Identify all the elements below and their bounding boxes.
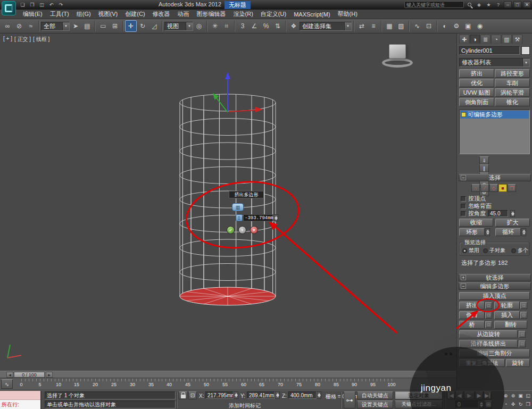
window-crossing-icon[interactable]: ⊞ [109,20,121,32]
select-and-move-icon[interactable]: ✛ [125,20,137,32]
menu-edit[interactable]: 编辑(E) [19,10,46,19]
height-spinner[interactable] [273,214,278,221]
auto-key-button[interactable]: 自动关键点 [357,391,393,399]
subobject-edge-icon[interactable]: ∕ [480,184,489,192]
by-angle-checkbox[interactable] [461,211,466,216]
listener-macro-pane[interactable] [0,391,40,400]
menu-modifiers[interactable]: 修改器 [149,10,174,19]
modifier-stack[interactable]: 可编辑多边形 [459,110,530,154]
caddy-ok-button[interactable]: ✓ [227,226,235,234]
keyboard-override-icon[interactable]: ⌗ [221,20,232,32]
show-end-result-icon[interactable]: ∥ [479,164,489,172]
viewport-menu-general[interactable]: [ + ] [3,36,12,43]
subobject-vertex-icon[interactable]: ∴ [471,184,480,192]
menu-animation[interactable]: 动画 [174,10,193,19]
spinner-snap-icon[interactable]: ⇅ [272,20,284,32]
modifier-button-optimize[interactable]: 优化 [459,79,494,87]
menu-rendering[interactable]: 渲染(R) [230,10,257,19]
set-key-button[interactable]: 设置关键点 [357,400,393,408]
menu-graph-editors[interactable]: 图形编辑器 [193,10,230,19]
modifier-button-extrude[interactable]: 挤出 [459,69,494,78]
selection-filter-dropdown[interactable]: 全部 ▼ [41,22,70,31]
ignore-backfacing-checkbox[interactable] [461,204,466,209]
material-editor-icon[interactable]: ◐ [439,20,451,32]
preview-off-radio[interactable] [462,248,467,253]
coordinate-system-dropdown[interactable]: 视图 ▼ [164,22,193,31]
time-slider-next-icon[interactable]: ▶ [46,372,53,378]
by-vertex-checkbox[interactable] [461,196,466,202]
ribbon-toggle-icon[interactable]: ▧ [395,20,407,32]
angle-snap-icon[interactable]: ∠ [248,20,260,32]
set-keys-button[interactable]: ⊶ [344,391,355,408]
grow-button[interactable]: 扩大 [495,219,530,227]
zoom-region-icon[interactable]: ◱ [525,392,531,399]
loop-button[interactable]: 循环 [495,228,521,236]
percent-snap-icon[interactable]: % [260,20,272,32]
preview-subobj-option[interactable]: 子对象 [483,247,505,254]
preview-multi-option[interactable]: 多个 [511,247,528,254]
save-file-icon[interactable]: ◫ [37,1,46,9]
align-icon[interactable]: ≡ [368,20,379,32]
by-angle-value-field[interactable]: 45.0 [488,210,508,217]
menu-create[interactable]: 创建(C) [121,10,148,19]
menu-views[interactable]: 视图(V) [95,10,122,19]
outline-button[interactable]: 轮廓 [494,302,520,310]
caddy-cancel-button[interactable]: ✕ [250,226,258,234]
inset-settings-button[interactable]: □ [520,312,527,319]
preview-multi-radio[interactable] [511,248,516,253]
use-pivot-center-icon[interactable]: ◎ [193,20,205,32]
listener-script-pane[interactable]: 所在行: [0,400,40,409]
extrude-button[interactable]: 挤出 [459,302,485,310]
loop-spinner[interactable] [521,228,526,236]
favorites-star-icon[interactable]: ★ [485,1,493,8]
maximize-button[interactable]: □ [513,1,521,8]
selection-rollout-header[interactable]: − 选择 [459,174,531,181]
time-slider-handle[interactable]: 0 / 100 [14,372,45,378]
select-and-rotate-icon[interactable]: ↻ [137,20,148,32]
selection-lock-toggle[interactable] [179,391,187,399]
viewport-menu-pov[interactable]: [ 正交 ] [14,36,31,43]
select-and-link-icon[interactable]: ∞ [2,20,13,32]
ring-button[interactable]: 环形 [459,228,485,236]
transform-gizmo[interactable] [213,72,263,112]
help-icon[interactable]: ? [494,1,502,8]
viewcube[interactable] [381,42,415,73]
new-scene-icon[interactable]: ❏ [18,1,27,9]
zoom-all-icon[interactable]: ⊛ [510,392,517,399]
tab-create[interactable]: ✚ [459,35,469,44]
viewport-orthographic[interactable]: [ + ] [ 正交 ] [ 线框 ] [0,34,456,371]
object-color-swatch[interactable] [521,46,530,55]
undo-icon[interactable]: ↶ [47,1,56,9]
snap-toggle-3d-icon[interactable]: 3 [237,20,248,32]
z-coordinate-field[interactable]: 400.0mm [288,391,317,399]
menu-help[interactable]: 帮助(H) [334,10,361,19]
subobject-polygon-icon[interactable]: ■ [498,184,507,192]
modifier-button-lathe[interactable]: 车削 [495,79,530,87]
modifier-list-dropdown[interactable]: 修改器列表 ▼ [459,58,530,67]
outline-settings-button[interactable]: □ [520,302,527,309]
maxscript-mini-listener[interactable]: 所在行: [0,391,41,409]
mini-curve-editor-icon[interactable]: ∿ [1,379,13,389]
extrude-settings-button[interactable]: □ [485,302,492,309]
preview-off-option[interactable]: 禁用 [462,247,479,254]
add-time-tag[interactable]: 添加时间标记 [229,402,261,409]
select-object-icon[interactable]: ➤ [70,20,81,32]
hinge-from-edge-settings-button[interactable]: □ [519,331,526,338]
orbit-icon[interactable]: ↻ [517,400,524,408]
extrude-along-spline-settings-button[interactable]: □ [519,340,526,347]
extrusion-height-field[interactable]: -393.794mm [243,214,273,221]
inset-button[interactable]: 插入 [494,311,520,319]
modifier-button-turbosmooth[interactable]: 涡轮平滑 [495,88,530,97]
by-angle-spinner[interactable] [510,210,515,217]
mirror-icon[interactable]: ⇄ [356,20,368,32]
zoom-extents-icon[interactable]: ▣ [517,392,524,399]
menu-tools[interactable]: 工具(T) [46,10,73,19]
preview-subobj-radio[interactable] [483,248,488,253]
bind-to-space-warp-icon[interactable]: ≈ [25,20,37,32]
track-bar[interactable]: ∿ 0 5 10 15 20 25 30 35 40 45 50 55 60 6… [0,378,456,390]
x-spinner[interactable] [234,391,238,399]
app-logo-icon[interactable] [2,1,16,15]
y-spinner[interactable] [275,391,280,399]
caddy-apply-button[interactable]: + [238,226,246,234]
tab-motion[interactable]: ◔ [491,35,501,44]
